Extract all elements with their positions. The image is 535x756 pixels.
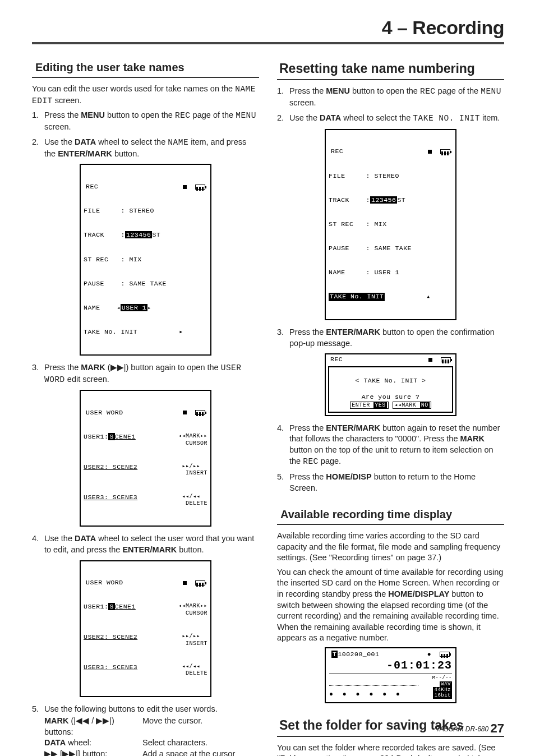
- step-3: Press the MARK (▶▶|) button again to ope…: [44, 362, 259, 385]
- page-footer: TASCAM DR-680 27: [436, 721, 504, 736]
- lcd-rec-menu-init: REC FILE : STEREO TRACK :123456ST ST REC…: [325, 129, 456, 321]
- step-num: 3.: [32, 362, 44, 385]
- rstep-2: Use the DATA wheel to select the TAKE NO…: [289, 113, 504, 125]
- step-5: Use the following buttons to edit the us…: [44, 704, 259, 756]
- left-column: Editing the user take names You can edit…: [32, 60, 259, 756]
- lcd-user-word-2: USER WORD USER1:SCENE1 ◂◂MARK▸▸ CURSOR U…: [80, 560, 211, 697]
- rstep-5: Press the HOME/DISP button to return to …: [289, 472, 504, 494]
- section-resetting-take-name-numbering: Resetting take name numbering: [277, 60, 504, 80]
- step-num: 5.: [32, 704, 44, 756]
- right-column: Resetting take name numbering 1. Press t…: [277, 60, 504, 756]
- rstep-4: Press the ENTER/MARK button again to res…: [289, 423, 504, 467]
- step-num: 5.: [277, 472, 289, 494]
- step-num: 4.: [277, 423, 289, 467]
- step-num: 1.: [277, 86, 289, 108]
- rstep-1: Press the MENU button to open the REC pa…: [289, 86, 504, 108]
- set-folder-text: You can set the folder where recorded ta…: [277, 743, 504, 756]
- step-2: Use the DATA wheel to select the NAME it…: [44, 137, 259, 159]
- step-num: 2.: [32, 137, 44, 159]
- lcd-home-screen: T100208_001 ● -01:01:23 ● ● ● ● ● ● M--/…: [325, 647, 456, 703]
- step-4: Use the DATA wheel to select the user wo…: [44, 533, 259, 555]
- button-table: MARK (|◀◀ / ▶▶|) buttons:Move the cursor…: [44, 716, 259, 756]
- step-num: 3.: [277, 327, 289, 349]
- rstep-3: Press the ENTER/MARK button to open the …: [289, 327, 504, 349]
- lcd-confirm-popup: REC < TAKE No. INIT > Are you sure ? ENT…: [325, 353, 456, 416]
- chapter-rule: [32, 42, 504, 44]
- section-editing-user-take-names: Editing the user take names: [32, 60, 259, 78]
- lcd-user-word: USER WORD USER1:SCENE1 ◂◂MARK▸▸ CURSOR U…: [80, 390, 211, 527]
- avail-time-p2: You can check the amount of time availab…: [277, 567, 504, 644]
- chapter-title: 4 – Recording: [32, 17, 504, 39]
- step-num: 1.: [32, 110, 44, 132]
- avail-time-p1: Available recording time varies accordin…: [277, 531, 504, 564]
- step-1: Press the MENU button to open the REC pa…: [44, 110, 259, 132]
- intro-text: You can edit the user words used for tak…: [32, 84, 259, 107]
- step-num: 4.: [32, 533, 44, 555]
- step-num: 2.: [277, 113, 289, 125]
- section-available-recording-time: Available recording time display: [277, 507, 504, 525]
- lcd-rec-menu: REC FILE : STEREO TRACK :123456ST ST REC…: [80, 164, 211, 356]
